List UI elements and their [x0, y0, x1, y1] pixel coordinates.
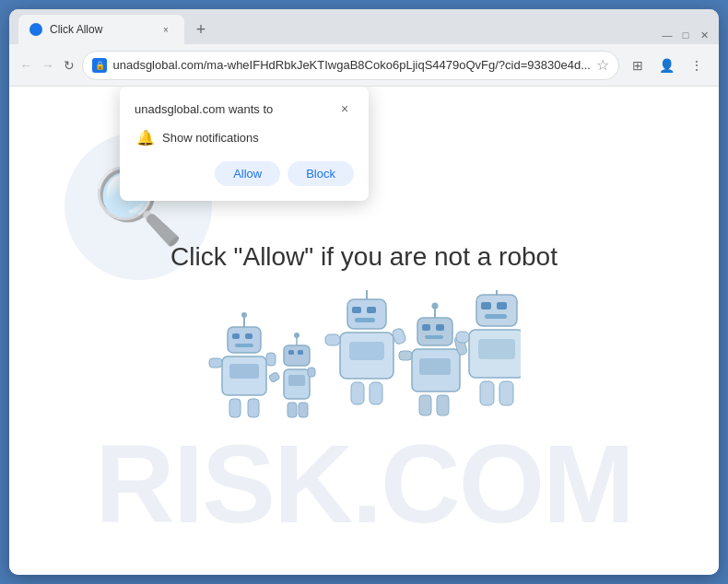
- address-text: unadsglobal.com/ma-wheIFHdRbkJeKTIwgaB8C…: [112, 58, 591, 72]
- extensions-button[interactable]: ⊞: [625, 53, 651, 78]
- browser-window: Click Allow × + — □ ✕ ← → ↻ 🔒 unadsgloba…: [9, 9, 719, 575]
- watermark-text: RISK.COM: [95, 420, 633, 547]
- tab-strip: Click Allow × +: [18, 15, 662, 44]
- svg-rect-5: [235, 344, 253, 347]
- svg-point-2: [241, 312, 247, 318]
- address-bar[interactable]: 🔒 unadsglobal.com/ma-wheIFHdRbkJeKTIwgaB…: [82, 51, 619, 80]
- security-icon: 🔒: [92, 58, 107, 73]
- svg-rect-27: [367, 307, 376, 313]
- refresh-button[interactable]: ↻: [61, 53, 76, 78]
- svg-rect-28: [355, 318, 375, 322]
- svg-rect-19: [288, 403, 297, 417]
- svg-rect-12: [284, 345, 310, 366]
- svg-rect-15: [288, 350, 294, 355]
- lock-icon: 🔒: [95, 61, 105, 70]
- menu-button[interactable]: ⋮: [684, 53, 710, 78]
- svg-rect-3: [232, 333, 240, 339]
- svg-rect-4: [245, 333, 252, 339]
- svg-point-14: [294, 333, 299, 338]
- allow-button[interactable]: Allow: [215, 161, 280, 186]
- tab-favicon: [29, 23, 42, 36]
- svg-rect-31: [351, 382, 364, 404]
- svg-point-37: [432, 303, 439, 310]
- svg-rect-26: [352, 307, 361, 313]
- svg-rect-22: [308, 368, 315, 377]
- extensions-icon: ⊞: [632, 58, 643, 73]
- svg-rect-16: [298, 350, 303, 355]
- svg-rect-57: [456, 332, 469, 343]
- refresh-icon: ↻: [64, 58, 75, 73]
- maximize-button[interactable]: □: [680, 29, 691, 41]
- title-bar: Click Allow × + — □ ✕: [9, 9, 719, 44]
- svg-rect-40: [425, 335, 443, 339]
- svg-rect-56: [499, 381, 513, 405]
- profile-icon: 👤: [659, 58, 675, 73]
- main-heading: Click "Allow" if you are not a robot: [170, 242, 558, 272]
- bell-icon: 🔔: [136, 129, 155, 146]
- block-button[interactable]: Block: [288, 161, 354, 186]
- popup-buttons: Allow Block: [135, 161, 354, 186]
- svg-rect-32: [370, 382, 382, 404]
- svg-rect-9: [248, 399, 259, 417]
- svg-rect-52: [485, 314, 507, 319]
- svg-rect-11: [266, 353, 276, 366]
- svg-rect-0: [228, 327, 261, 353]
- svg-rect-10: [209, 358, 222, 368]
- profile-button[interactable]: 👤: [654, 53, 680, 78]
- forward-button[interactable]: →: [40, 53, 55, 78]
- svg-rect-23: [347, 299, 386, 329]
- svg-rect-51: [497, 302, 507, 310]
- svg-rect-38: [422, 324, 430, 331]
- svg-rect-55: [480, 381, 494, 405]
- popup-close-button[interactable]: ×: [335, 99, 354, 118]
- popup-header: unadsglobal.com wants to ×: [135, 99, 354, 118]
- popup-title: unadsglobal.com wants to: [135, 102, 273, 116]
- nav-bar: ← → ↻ 🔒 unadsglobal.com/ma-wheIFHdRbkJeK…: [9, 44, 719, 87]
- svg-rect-39: [436, 324, 444, 331]
- nav-extras: ⊞ 👤 ⋮: [625, 53, 710, 78]
- svg-rect-8: [229, 399, 241, 417]
- svg-rect-7: [229, 364, 259, 379]
- menu-icon: ⋮: [690, 58, 703, 73]
- svg-rect-35: [417, 318, 452, 345]
- close-button[interactable]: ✕: [699, 29, 710, 41]
- svg-rect-54: [478, 339, 515, 359]
- back-icon: ←: [20, 58, 33, 73]
- forward-icon: →: [41, 58, 54, 73]
- notification-label: Show notifications: [162, 131, 259, 145]
- page-content: 🔍 RISK.COM unadsglobal.com wants to × 🔔 …: [9, 87, 719, 575]
- popup-notification-row: 🔔 Show notifications: [135, 129, 354, 146]
- svg-rect-33: [325, 334, 340, 345]
- robots-svg: [207, 290, 521, 438]
- tab-close-button[interactable]: ×: [159, 22, 173, 37]
- svg-rect-42: [419, 358, 451, 375]
- svg-rect-50: [481, 302, 491, 310]
- svg-rect-43: [419, 395, 431, 415]
- back-button[interactable]: ←: [18, 53, 34, 78]
- svg-rect-30: [349, 342, 384, 360]
- svg-rect-18: [288, 375, 305, 386]
- svg-rect-45: [399, 351, 412, 360]
- active-tab[interactable]: Click Allow ×: [18, 15, 184, 44]
- notification-popup: unadsglobal.com wants to × 🔔 Show notifi…: [120, 87, 369, 201]
- minimize-button[interactable]: —: [662, 29, 673, 41]
- new-tab-button[interactable]: +: [188, 17, 214, 42]
- window-controls: — □ ✕: [662, 29, 710, 41]
- robots-illustration: [207, 290, 521, 438]
- svg-rect-47: [476, 295, 517, 326]
- svg-rect-20: [299, 403, 308, 417]
- svg-rect-21: [268, 372, 280, 383]
- svg-rect-44: [437, 395, 449, 415]
- tab-title: Click Allow: [50, 23, 151, 36]
- bookmark-star-icon[interactable]: ☆: [596, 56, 609, 74]
